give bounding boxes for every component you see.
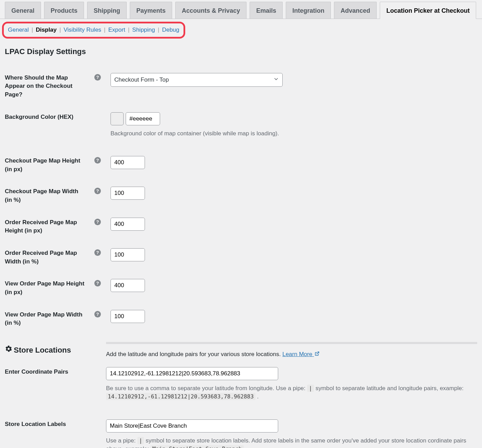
external-link-icon [315, 352, 319, 357]
subnav-debug[interactable]: Debug [162, 26, 179, 34]
store-labels-input[interactable] [106, 419, 278, 433]
gear-icon [5, 345, 12, 356]
section-separator [106, 342, 477, 344]
help-icon[interactable] [94, 74, 101, 81]
help-icon[interactable] [94, 311, 101, 317]
select-map-position[interactable]: Checkout Form - Top [111, 73, 283, 87]
subnav-general[interactable]: General [8, 26, 29, 34]
help-icon[interactable] [94, 280, 101, 286]
labels-example: Main Store|East Cove Branch [150, 445, 243, 448]
store-labels-desc: Use a pipe: | symbol to separate store l… [106, 437, 477, 448]
learn-more-link[interactable]: Learn More [282, 351, 314, 357]
subnav-separator: | [31, 26, 33, 34]
help-icon[interactable] [94, 219, 101, 225]
checkout-height-input[interactable] [111, 156, 145, 169]
store-locations-table: Enter Coordinate Pairs Be sure to use a … [0, 361, 482, 448]
pipe-char: | [137, 437, 144, 444]
order-received-width-input[interactable] [111, 248, 145, 261]
tab-location-picker[interactable]: Location Picker at Checkout [380, 2, 476, 19]
wc-settings-tabs: General Products Shipping Payments Accou… [0, 0, 482, 19]
subnav-separator: | [59, 26, 61, 34]
tab-payments[interactable]: Payments [130, 2, 172, 19]
color-swatch[interactable] [111, 112, 124, 125]
bg-color-input[interactable] [126, 112, 160, 125]
lpac-subnav: General | Display | Visibility Rules | E… [2, 22, 185, 39]
help-icon[interactable] [94, 188, 101, 194]
subnav-shipping[interactable]: Shipping [132, 26, 155, 34]
order-received-height-input[interactable] [111, 218, 145, 231]
label-order-received-width: Order Received Page Map Width (in %) [0, 242, 90, 273]
coord-example: 14.12102912,-61.12981212|20.593683,78.96… [106, 393, 255, 400]
store-locations-title: Store Locations [14, 345, 71, 356]
subnav-separator: | [103, 26, 106, 34]
view-order-height-input[interactable] [111, 279, 145, 292]
subnav-export[interactable]: Export [108, 26, 125, 34]
label-checkout-height: Checkout Page Map Height (in px) [0, 150, 90, 180]
checkout-width-input[interactable] [111, 187, 145, 200]
coord-pairs-desc: Be sure to use a comma to separate your … [106, 384, 477, 401]
tab-advanced[interactable]: Advanced [334, 2, 377, 19]
coord-pairs-input[interactable] [106, 367, 278, 380]
subnav-separator: | [157, 26, 160, 34]
store-locations-intro: Add the latitude and longitude pairs for… [106, 350, 477, 359]
label-store-location-labels: Store Location Labels [0, 413, 90, 448]
tab-integration[interactable]: Integration [286, 2, 331, 19]
subnav-visibility-rules[interactable]: Visibility Rules [64, 26, 101, 34]
tab-emails[interactable]: Emails [250, 2, 283, 19]
page-title: LPAC Display Settings [5, 46, 482, 57]
form-table: Where Should the Map Appear on the Check… [0, 67, 482, 334]
label-coord-pairs: Enter Coordinate Pairs [0, 361, 90, 413]
label-view-order-width: View Order Page Map Width (in %) [0, 304, 90, 334]
svg-line-0 [317, 352, 319, 354]
tab-products[interactable]: Products [44, 2, 84, 19]
label-bg-color: Background Color (HEX) [0, 106, 90, 150]
subnav-display[interactable]: Display [36, 26, 56, 34]
label-order-received-height: Order Received Page Map Height (in px) [0, 211, 90, 242]
tab-accounts-privacy[interactable]: Accounts & Privacy [175, 2, 247, 19]
view-order-width-input[interactable] [111, 310, 145, 323]
subnav-separator: | [127, 26, 130, 34]
tab-general[interactable]: General [5, 2, 41, 19]
bg-color-desc: Background color of map container (visib… [111, 129, 477, 138]
label-checkout-width: Checkout Page Map Width (in %) [0, 180, 90, 211]
help-icon[interactable] [94, 249, 101, 256]
help-icon[interactable] [94, 157, 101, 164]
label-map-position: Where Should the Map Appear on the Check… [0, 67, 90, 106]
pipe-char: | [307, 385, 314, 392]
store-locations-header: Store Locations Add the latitude and lon… [0, 334, 482, 361]
tab-shipping[interactable]: Shipping [87, 2, 127, 19]
label-view-order-height: View Order Page Map Height (in px) [0, 273, 90, 303]
